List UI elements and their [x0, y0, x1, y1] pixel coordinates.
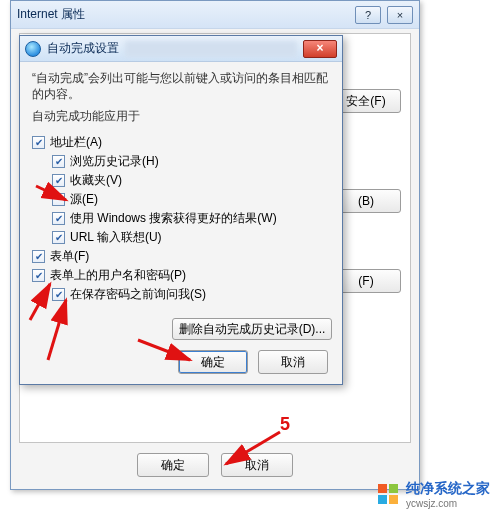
dialog-buttons: 确定 取消	[178, 350, 328, 374]
help-button[interactable]: ?	[355, 6, 381, 24]
check-icon: ✔	[52, 231, 65, 244]
delete-autocomplete-history-button[interactable]: 删除自动完成历史记录(D)...	[172, 318, 332, 340]
dialog-cancel-button[interactable]: 取消	[258, 350, 328, 374]
close-button[interactable]: ×	[387, 6, 413, 24]
check-icon: ✔	[52, 212, 65, 225]
annotation-5: 5	[280, 414, 290, 435]
checkbox-label: 使用 Windows 搜索获得更好的结果(W)	[70, 210, 277, 227]
checkbox-label: 浏览历史记录(H)	[70, 153, 159, 170]
checkbox-usernames-passwords[interactable]: ✔ 表单上的用户名和密码(P)	[32, 266, 330, 285]
checkbox-windows-search[interactable]: ✔ 使用 Windows 搜索获得更好的结果(W)	[52, 209, 330, 228]
checkbox-label: 源(E)	[70, 191, 98, 208]
checkbox-feeds[interactable]: 源(E)	[52, 190, 330, 209]
checkbox-ask-before-save[interactable]: ✔ 在保存密码之前询问我(S)	[52, 285, 330, 304]
check-icon: ✔	[52, 155, 65, 168]
outer-ok-button[interactable]: 确定	[137, 453, 209, 477]
check-icon	[52, 193, 65, 206]
dialog-ok-button[interactable]: 确定	[178, 350, 248, 374]
dialog-title: 自动完成设置	[47, 40, 119, 57]
watermark: 纯净系统之家 ycwsjz.com	[378, 480, 490, 509]
check-icon: ✔	[52, 174, 65, 187]
checkbox-browsing-history[interactable]: ✔ 浏览历史记录(H)	[52, 152, 330, 171]
checkbox-url-suggestions[interactable]: ✔ URL 输入联想(U)	[52, 228, 330, 247]
title-blur	[125, 41, 297, 57]
checkbox-forms[interactable]: ✔ 表单(F)	[32, 247, 330, 266]
window-titlebar: Internet 属性 ? ×	[11, 1, 419, 29]
checkbox-list: ✔ 地址栏(A) ✔ 浏览历史记录(H) ✔ 收藏夹(V) 源(E) ✔	[32, 133, 330, 304]
checkbox-label: 地址栏(A)	[50, 134, 102, 151]
dialog-description: “自动完成”会列出可能与您以前键入或访问的条目相匹配的内容。	[32, 70, 330, 102]
checkbox-label: URL 输入联想(U)	[70, 229, 162, 246]
dialog-titlebar: 自动完成设置 ×	[20, 36, 342, 62]
watermark-logo-icon	[378, 484, 400, 506]
window-title: Internet 属性	[17, 6, 349, 23]
checkbox-favorites[interactable]: ✔ 收藏夹(V)	[52, 171, 330, 190]
check-icon: ✔	[32, 136, 45, 149]
checkbox-label: 收藏夹(V)	[70, 172, 122, 189]
autocomplete-settings-dialog: 自动完成设置 × “自动完成”会列出可能与您以前键入或访问的条目相匹配的内容。 …	[19, 35, 343, 385]
checkbox-address-bar[interactable]: ✔ 地址栏(A)	[32, 133, 330, 152]
outer-cancel-button[interactable]: 取消	[221, 453, 293, 477]
globe-icon	[25, 41, 41, 57]
check-icon: ✔	[32, 250, 45, 263]
internet-properties-window: Internet 属性 ? × 安全(F) (B) (F) 确定 取消 自动完成…	[10, 0, 420, 490]
checkbox-label: 表单(F)	[50, 248, 89, 265]
dialog-section-heading: 自动完成功能应用于	[32, 108, 330, 125]
dialog-close-button[interactable]: ×	[303, 40, 337, 58]
dialog-body: “自动完成”会列出可能与您以前键入或访问的条目相匹配的内容。 自动完成功能应用于…	[20, 62, 342, 384]
check-icon: ✔	[32, 269, 45, 282]
checkbox-label: 表单上的用户名和密码(P)	[50, 267, 186, 284]
check-icon: ✔	[52, 288, 65, 301]
watermark-text: 纯净系统之家	[406, 480, 490, 498]
checkbox-label: 在保存密码之前询问我(S)	[70, 286, 206, 303]
outer-dialog-buttons: 确定 取消	[11, 453, 419, 477]
watermark-subtext: ycwsjz.com	[406, 498, 490, 509]
